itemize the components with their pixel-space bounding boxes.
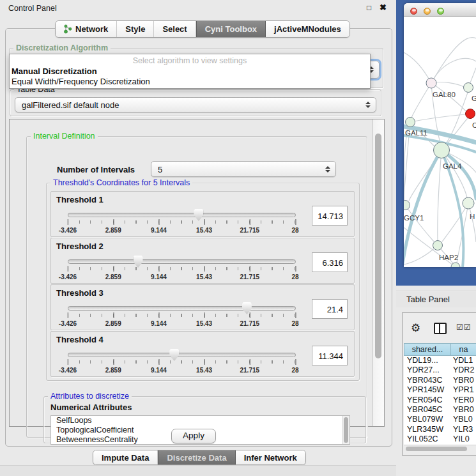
gear-icon[interactable]: ⚙ <box>411 321 420 335</box>
scrollbar-thumb[interactable] <box>375 134 381 358</box>
threshold-value-field[interactable]: 14.713 <box>312 206 348 226</box>
table-row[interactable]: YLR345WYLR3 <box>404 425 476 434</box>
popup-hint: Select algorithm to view settings <box>10 56 370 65</box>
scrollbar-thumb[interactable] <box>344 417 348 443</box>
cell-name[interactable]: YBR0 <box>451 376 476 385</box>
attribute-list-item[interactable]: SelfLoops <box>51 416 349 426</box>
group-title: Discretization Algorithm <box>13 43 111 52</box>
list-vertical-scrollbar[interactable] <box>342 416 349 444</box>
cell-shared-name[interactable]: YDR27... <box>404 365 451 375</box>
table-row[interactable]: YER054CYER0 <box>404 395 476 405</box>
apply-button[interactable]: Apply <box>171 429 216 443</box>
tick-label: 21.715 <box>240 227 260 234</box>
cell-shared-name[interactable]: YBL079W <box>404 415 451 424</box>
cell-name[interactable]: YER0 <box>451 395 476 405</box>
slider-track[interactable] <box>68 213 296 217</box>
close-icon[interactable]: ✖ <box>380 3 387 12</box>
table-row[interactable]: YBL079WYBL0 <box>404 415 476 424</box>
slider-scale: -3.4262.8599.14415.4321.71528 <box>68 359 295 376</box>
split-columns-icon[interactable] <box>434 323 447 334</box>
scrollbar-thumb[interactable] <box>406 447 467 451</box>
tick-label: 15.43 <box>196 367 212 374</box>
popup-option-manual-discretization[interactable]: Manual Discretization <box>12 66 97 76</box>
bottom-strip <box>0 465 396 476</box>
slider-track[interactable] <box>68 306 296 311</box>
network-edge[interactable] <box>410 114 465 122</box>
tab-jactivemnodules[interactable]: jActiveMNodules <box>266 21 349 37</box>
cell-name[interactable]: YDL1 <box>451 356 476 365</box>
network-edge[interactable] <box>411 83 431 118</box>
network-canvas[interactable]: GAL80GACGAL11GAL4GCY1HHAP2 <box>404 17 476 267</box>
window-titlebar[interactable] <box>404 3 476 17</box>
panel-vertical-scrollbar[interactable] <box>372 119 384 426</box>
cell-name[interactable]: YLR3 <box>451 425 476 434</box>
table-panel-title: Table Panel <box>406 295 450 304</box>
tick-label: 15.43 <box>196 273 212 280</box>
tick-label: -3.426 <box>59 320 77 327</box>
cell-shared-name[interactable]: YBR043C <box>404 376 451 385</box>
tab-cyni-toolbox[interactable]: Cyni Toolbox <box>196 21 266 37</box>
slider-track[interactable] <box>68 259 296 264</box>
cell-shared-name[interactable]: YLR345W <box>404 425 451 434</box>
popup-option-equal-width-frequency[interactable]: Equal Width/Frequency Discretization <box>12 77 150 86</box>
threshold-value-field[interactable]: 11.344 <box>312 346 348 365</box>
slider-track[interactable] <box>68 353 296 357</box>
cell-name[interactable]: YIL0 <box>451 434 476 444</box>
network-edge[interactable] <box>431 38 476 83</box>
cell-name[interactable]: YBR0 <box>451 405 476 415</box>
cell-shared-name[interactable]: YPR145W <box>404 385 451 395</box>
float-window-icon[interactable]: □ <box>367 3 371 12</box>
network-edge[interactable] <box>442 203 468 242</box>
network-node-label: C <box>472 121 476 129</box>
cell-shared-name[interactable]: YDL19... <box>404 356 451 365</box>
group-title: Threshold's Coordinates for 5 Intervals <box>50 178 192 187</box>
tab-network[interactable]: Network <box>56 21 117 37</box>
table-data-combobox[interactable]: galFiltered.sif default node <box>15 97 376 112</box>
zoom-traffic-light-icon[interactable] <box>437 8 444 15</box>
network-node[interactable] <box>406 118 415 127</box>
network-edge[interactable] <box>441 93 468 150</box>
column-header-shared[interactable]: shared... <box>404 343 451 356</box>
tab-infer-network[interactable]: Infer Network <box>236 450 305 464</box>
table-row[interactable]: YIL052CYIL0 <box>404 434 476 444</box>
network-node[interactable] <box>433 241 443 250</box>
network-node[interactable] <box>451 263 460 267</box>
column-header-name[interactable]: na <box>451 343 476 356</box>
checkboxes-icon[interactable]: ☑☑ <box>456 323 472 332</box>
tab-label: Style <box>125 24 145 34</box>
cell-shared-name[interactable]: YER054C <box>404 395 451 405</box>
table-row[interactable]: YPR145WYPR1 <box>404 385 476 395</box>
table-row[interactable]: YDL19...YDL1 <box>404 356 476 365</box>
cell-name[interactable]: YDR2 <box>451 365 476 375</box>
number-of-intervals-combobox[interactable]: 5 <box>151 161 336 177</box>
network-edge[interactable] <box>438 150 441 240</box>
network-node[interactable] <box>463 197 474 209</box>
network-edge[interactable] <box>431 58 476 83</box>
threshold-value-field[interactable]: 6.316 <box>312 252 348 272</box>
cell-name[interactable]: YPR1 <box>451 385 476 395</box>
table-row[interactable]: YBR043CYBR0 <box>404 376 476 385</box>
cell-shared-name[interactable]: YBR045C <box>404 405 451 415</box>
tab-impute-data[interactable]: Impute Data <box>93 450 158 464</box>
cell-shared-name[interactable]: YIL052C <box>404 434 451 444</box>
table-horizontal-scrollbar[interactable] <box>404 445 476 452</box>
threshold-value-field[interactable]: 21.4 <box>312 299 348 319</box>
network-node[interactable] <box>466 109 475 119</box>
network-node[interactable] <box>464 83 473 93</box>
minimize-traffic-light-icon[interactable] <box>424 8 431 15</box>
tab-label: Cyni Toolbox <box>205 24 257 34</box>
tab-style[interactable]: Style <box>117 21 154 37</box>
network-node-label: GA <box>472 95 476 102</box>
tab-select[interactable]: Select <box>154 21 196 37</box>
network-node[interactable] <box>434 142 450 158</box>
close-traffic-light-icon[interactable] <box>410 8 417 15</box>
network-icon <box>64 24 72 34</box>
table-row[interactable]: YBR045CYBR0 <box>404 405 476 415</box>
network-node[interactable] <box>426 78 436 88</box>
cell-name[interactable]: YBL0 <box>451 415 476 424</box>
table-row[interactable]: YDR27...YDR2 <box>404 365 476 375</box>
network-edge[interactable] <box>404 245 438 265</box>
network-edge[interactable] <box>404 52 431 83</box>
tab-discretize-data[interactable]: Discretize Data <box>158 450 235 464</box>
network-node[interactable] <box>404 201 410 210</box>
